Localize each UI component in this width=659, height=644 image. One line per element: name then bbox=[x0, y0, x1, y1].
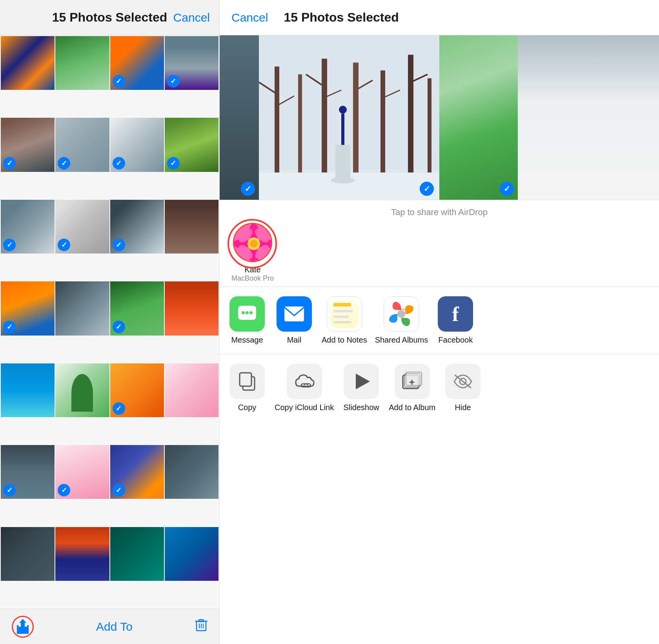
check-badge: ✓ bbox=[3, 157, 16, 170]
add-to-button[interactable]: Add To bbox=[96, 620, 133, 633]
svg-rect-14 bbox=[380, 71, 385, 173]
actions-row: Copy Copy iCloud Link bbox=[220, 354, 659, 421]
left-toolbar: Add To bbox=[0, 609, 219, 644]
check-badge: ✓ bbox=[167, 157, 180, 170]
notes-icon-inner bbox=[330, 300, 359, 328]
right-header: Cancel 15 Photos Selected bbox=[220, 0, 659, 35]
hide-icon-svg bbox=[453, 372, 473, 391]
photo-cell[interactable]: ✓ bbox=[110, 36, 164, 90]
action-add-to-album[interactable]: Add to Album bbox=[389, 364, 435, 412]
action-copy-icloud[interactable]: Copy iCloud Link bbox=[275, 364, 334, 412]
svg-point-36 bbox=[250, 240, 258, 248]
photo-cell[interactable] bbox=[1, 527, 55, 581]
hide-action-label: Hide bbox=[455, 403, 471, 412]
share-app-mail[interactable]: Mail bbox=[275, 296, 314, 345]
shared-albums-label: Shared Albums bbox=[375, 336, 428, 345]
airdrop-contact-kate[interactable]: Kate MacBook Pro bbox=[231, 223, 274, 283]
check-badge: ✓ bbox=[113, 157, 125, 170]
add-to-album-action-icon bbox=[395, 364, 430, 399]
slideshow-action-icon bbox=[344, 364, 379, 399]
photo-cell[interactable]: ✓ bbox=[165, 118, 218, 171]
strip-photo[interactable]: ✓ bbox=[259, 35, 439, 200]
action-slideshow[interactable]: Slideshow bbox=[342, 364, 381, 412]
facebook-f-letter: f bbox=[452, 303, 459, 326]
svg-marker-49 bbox=[356, 374, 370, 389]
photo-cell[interactable]: ✓ bbox=[1, 281, 55, 335]
share-app-shared-albums[interactable]: Shared Albums bbox=[375, 296, 428, 345]
svg-rect-13 bbox=[353, 63, 359, 173]
right-cancel-button[interactable]: Cancel bbox=[231, 11, 268, 24]
left-cancel-button[interactable]: Cancel bbox=[173, 11, 210, 24]
photo-cell[interactable] bbox=[1, 363, 55, 417]
share-icon bbox=[16, 619, 29, 635]
trash-icon bbox=[195, 618, 208, 632]
copy-icloud-action-label: Copy iCloud Link bbox=[275, 403, 334, 412]
left-panel: 15 Photos Selected Cancel ✓ ✓ ✓ ✓ ✓ bbox=[0, 0, 220, 644]
photo-cell[interactable] bbox=[165, 281, 218, 335]
svg-rect-10 bbox=[275, 67, 279, 173]
share-app-notes[interactable]: Add to Notes bbox=[322, 296, 367, 345]
strip-check-badge: ✓ bbox=[500, 182, 514, 196]
flower-icon bbox=[234, 224, 272, 262]
mail-app-label: Mail bbox=[287, 336, 302, 345]
strip-photo[interactable]: ✓ bbox=[220, 35, 259, 200]
selected-photos-strip: ✓ bbox=[220, 35, 659, 200]
notes-app-label: Add to Notes bbox=[322, 336, 367, 345]
svg-rect-42 bbox=[284, 306, 304, 321]
photo-cell[interactable] bbox=[110, 527, 164, 581]
svg-point-43 bbox=[397, 310, 405, 318]
photo-cell[interactable]: ✓ bbox=[110, 281, 164, 335]
photo-cell[interactable] bbox=[165, 200, 218, 254]
shared-albums-app-icon bbox=[384, 296, 419, 332]
photo-grid: ✓ ✓ ✓ ✓ ✓ ✓ ✓ ✓ bbox=[0, 35, 219, 609]
action-copy[interactable]: Copy bbox=[228, 364, 267, 412]
photo-cell[interactable] bbox=[55, 527, 109, 581]
action-hide[interactable]: Hide bbox=[443, 364, 482, 412]
photo-cell[interactable]: ✓ bbox=[1, 445, 55, 499]
trash-button[interactable] bbox=[195, 618, 208, 635]
photo-cell[interactable] bbox=[55, 36, 109, 90]
photo-cell[interactable]: ✓ bbox=[110, 118, 164, 171]
photo-cell[interactable] bbox=[165, 445, 218, 499]
photo-cell[interactable]: ✓ bbox=[55, 118, 109, 171]
photo-cell[interactable]: ✓ bbox=[1, 118, 55, 171]
airdrop-section: Tap to share with AirDrop bbox=[220, 200, 659, 287]
strip-photo[interactable] bbox=[518, 35, 659, 200]
photo-cell[interactable]: ✓ bbox=[55, 445, 109, 499]
check-badge: ✓ bbox=[3, 321, 16, 333]
message-app-label: Message bbox=[231, 336, 263, 345]
check-badge: ✓ bbox=[58, 157, 70, 170]
copy-icon-svg bbox=[237, 371, 257, 392]
svg-rect-8 bbox=[341, 114, 344, 145]
svg-rect-15 bbox=[408, 55, 413, 173]
left-header: 15 Photos Selected Cancel bbox=[0, 0, 219, 35]
strip-photo[interactable]: ✓ bbox=[439, 35, 518, 200]
facebook-app-label: Facebook bbox=[438, 336, 473, 345]
strip-check-badge: ✓ bbox=[420, 182, 434, 196]
check-badge: ✓ bbox=[113, 239, 125, 251]
photo-cell[interactable]: ✓ bbox=[110, 445, 164, 499]
photo-cell[interactable]: ✓ bbox=[1, 200, 55, 254]
share-button[interactable] bbox=[12, 616, 34, 638]
check-badge: ✓ bbox=[113, 402, 125, 415]
photo-cell[interactable]: ✓ bbox=[165, 36, 218, 90]
share-app-facebook[interactable]: f Facebook bbox=[436, 296, 475, 345]
left-panel-title: 15 Photos Selected bbox=[52, 10, 167, 25]
photo-cell[interactable] bbox=[55, 281, 109, 335]
right-panel-title: 15 Photos Selected bbox=[284, 10, 399, 25]
share-app-message[interactable]: Message bbox=[228, 296, 267, 345]
photo-cell[interactable]: ✓ bbox=[110, 363, 164, 417]
photo-cell[interactable] bbox=[165, 363, 218, 417]
photo-cell[interactable]: ✓ bbox=[110, 200, 164, 254]
copy-action-label: Copy bbox=[238, 403, 257, 412]
svg-rect-16 bbox=[428, 78, 431, 173]
message-app-icon bbox=[229, 296, 265, 332]
photo-cell[interactable]: ✓ bbox=[55, 200, 109, 254]
notes-app-icon bbox=[327, 296, 362, 332]
photos-icon-inner bbox=[384, 297, 419, 331]
share-apps-row: Message Mail Add to Notes bbox=[220, 287, 659, 354]
photo-cell[interactable] bbox=[1, 36, 55, 90]
photo-cell[interactable] bbox=[55, 363, 109, 417]
photo-cell[interactable] bbox=[165, 527, 218, 581]
svg-point-41 bbox=[249, 311, 253, 314]
